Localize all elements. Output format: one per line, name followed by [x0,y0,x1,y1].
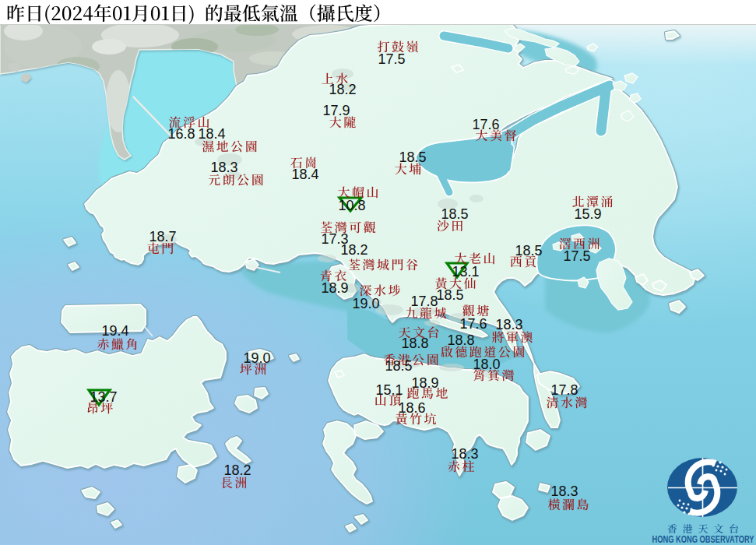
svg-text:17.5: 17.5 [378,51,405,67]
svg-text:18.7: 18.7 [149,229,176,244]
svg-text:18.2: 18.2 [223,462,251,478]
svg-text:18.5: 18.5 [436,287,463,303]
svg-text:19.4: 19.4 [101,323,128,339]
svg-text:18.0: 18.0 [473,357,500,372]
svg-text:18.8: 18.8 [401,336,428,351]
svg-text:18.6: 18.6 [398,400,425,416]
svg-text:18.3: 18.3 [495,317,522,332]
svg-text:18.9: 18.9 [411,375,438,391]
svg-text:17.6: 17.6 [459,316,487,332]
svg-text:19.0: 19.0 [352,296,379,311]
svg-text:18.8: 18.8 [447,332,474,348]
svg-text:18.5: 18.5 [515,243,542,258]
svg-text:18.2: 18.2 [340,242,367,258]
svg-text:18.5: 18.5 [385,358,412,374]
svg-text:18.4: 18.4 [291,167,318,182]
svg-text:18.5: 18.5 [399,149,426,165]
svg-text:13.7: 13.7 [90,389,117,405]
svg-text:17.6: 17.6 [472,117,499,132]
svg-text:17.8: 17.8 [410,294,438,309]
svg-text:HONG KONG OBSERVATORY: HONG KONG OBSERVATORY [652,534,754,545]
svg-text:18.4: 18.4 [198,126,225,142]
svg-text:18.2: 18.2 [329,82,356,97]
svg-text:17.5: 17.5 [563,248,590,264]
svg-text:18.5: 18.5 [441,206,468,222]
svg-text:13.1: 13.1 [452,264,479,280]
svg-text:17.8: 17.8 [550,382,578,398]
svg-text:19.0: 19.0 [243,350,270,366]
svg-text:16.8: 16.8 [167,126,195,142]
svg-text:18.3: 18.3 [550,483,578,499]
svg-text:15.1: 15.1 [375,382,403,398]
svg-text:15.9: 15.9 [574,206,601,222]
svg-text:18.3: 18.3 [210,160,237,175]
svg-text:10.8: 10.8 [338,198,365,213]
svg-text:18.9: 18.9 [321,280,348,296]
svg-text:18.3: 18.3 [451,446,478,462]
svg-text:17.9: 17.9 [322,103,350,118]
